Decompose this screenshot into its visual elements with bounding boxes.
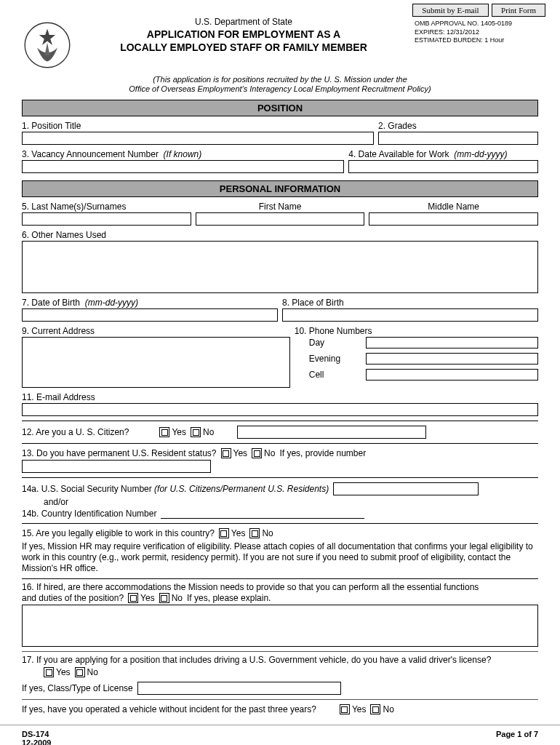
q16-label-b: and duties of the position?	[22, 593, 124, 603]
q13-label: 13. Do you have permanent U.S. Resident …	[22, 448, 217, 458]
vacancy-number-input[interactable]	[22, 160, 344, 173]
middle-name-input[interactable]	[369, 212, 538, 226]
q17-label: 17. If you are applying for a position t…	[22, 655, 538, 666]
address-input[interactable]	[22, 337, 290, 388]
q11-label: 11. E-mail Address	[22, 392, 538, 402]
omb-block: OMB APPROVAL NO. 1405-0189 EXPIRES: 12/3…	[415, 20, 538, 45]
q3-label: 3. Vacancy Announcement Number (If known…	[22, 149, 344, 159]
q16-no-checkbox[interactable]: No	[159, 593, 183, 603]
andor-label: and/or	[44, 497, 538, 507]
section-position: POSITION	[22, 100, 538, 116]
last-name-input[interactable]	[22, 212, 191, 226]
q14b-label: 14b. Country Identification Number	[22, 509, 156, 519]
date-available-input[interactable]	[348, 160, 538, 173]
q17c-yes-checkbox[interactable]: Yes	[340, 704, 367, 714]
print-form-button[interactable]: Print Form	[492, 4, 545, 17]
us-seal-icon	[22, 20, 73, 71]
q17-yes-checkbox[interactable]: Yes	[44, 667, 71, 677]
form-subtitle: (This application is for positions recru…	[22, 75, 538, 94]
resident-number-input[interactable]	[22, 460, 211, 473]
q17c-no-checkbox[interactable]: No	[370, 704, 393, 714]
q5-middle-label: Middle Name	[369, 202, 538, 212]
other-names-input[interactable]	[22, 241, 538, 293]
q15-no-checkbox[interactable]: No	[249, 528, 273, 538]
footer-page: Page 1 of 7	[496, 730, 538, 745]
email-input[interactable]	[22, 403, 538, 416]
q5-first-label: First Name	[196, 202, 365, 212]
q16-label-c: If yes, please explain.	[187, 593, 271, 603]
form-title-1: APPLICATION FOR EMPLOYMENT AS A	[73, 28, 415, 41]
q12-label: 12. Are you a U. S. Citizen?	[22, 427, 129, 437]
dob-input[interactable]	[22, 308, 278, 322]
q16-yes-checkbox[interactable]: Yes	[128, 593, 155, 603]
q12-no-checkbox[interactable]: No	[191, 427, 214, 437]
q1-label: 1. Position Title	[22, 121, 374, 131]
q17c-label: If yes, have you operated a vehicle with…	[22, 704, 316, 714]
q6-label: 6. Other Names Used	[22, 230, 538, 240]
grades-input[interactable]	[378, 132, 538, 145]
license-type-input[interactable]	[137, 682, 341, 695]
phone-evening-input[interactable]	[366, 353, 538, 364]
phone-day-input[interactable]	[366, 337, 538, 348]
phone-cell-label: Cell	[309, 370, 360, 380]
phone-cell-input[interactable]	[366, 369, 538, 381]
q4-label: 4. Date Available for Work (mm-dd-yyyy)	[348, 149, 538, 159]
country-id-input[interactable]	[161, 509, 364, 519]
ssn-input[interactable]	[333, 482, 479, 495]
dept-label: U.S. Department of State	[73, 17, 415, 27]
submit-email-button[interactable]: Submit by E-mail	[412, 4, 488, 17]
q2-label: 2. Grades	[378, 121, 538, 131]
q12-extra-input[interactable]	[237, 426, 426, 439]
q5-last-label: 5. Last Name(s)/Surnames	[22, 202, 191, 212]
q9-label: 9. Current Address	[22, 326, 290, 336]
q14a-label: 14a. U.S. Social Security Number (for U.…	[22, 484, 329, 494]
phone-evening-label: Evening	[309, 354, 360, 364]
phone-day-label: Day	[309, 338, 360, 348]
q13-yes-checkbox[interactable]: Yes	[221, 448, 248, 458]
q10-label: 10. Phone Numbers	[295, 326, 538, 336]
q16-explain-input[interactable]	[22, 605, 538, 647]
q15-note: If yes, Mission HR may require verificat…	[22, 541, 538, 574]
q17-no-checkbox[interactable]: No	[75, 667, 98, 677]
q13b-label: If yes, provide number	[279, 448, 366, 458]
q17b-label: If yes, Class/Type of License	[22, 683, 133, 693]
place-birth-input[interactable]	[282, 308, 538, 322]
position-title-input[interactable]	[22, 132, 374, 145]
q15-yes-checkbox[interactable]: Yes	[219, 528, 246, 538]
q15-label: 15. Are you legally eligible to work in …	[22, 528, 215, 538]
form-title-2: LOCALLY EMPLOYED STAFF OR FAMILY MEMBER	[73, 41, 415, 55]
footer-left: DS-174 12-2009	[22, 730, 51, 745]
q12-yes-checkbox[interactable]: Yes	[159, 427, 186, 437]
q8-label: 8. Place of Birth	[282, 298, 538, 308]
q7-label: 7. Date of Birth (mm-dd-yyyy)	[22, 298, 278, 308]
first-name-input[interactable]	[196, 212, 365, 226]
q16-label-a: 16. If hired, are there accommodations t…	[22, 582, 538, 593]
q13-no-checkbox[interactable]: No	[252, 448, 275, 458]
section-personal: PERSONAL INFORMATION	[22, 180, 538, 197]
